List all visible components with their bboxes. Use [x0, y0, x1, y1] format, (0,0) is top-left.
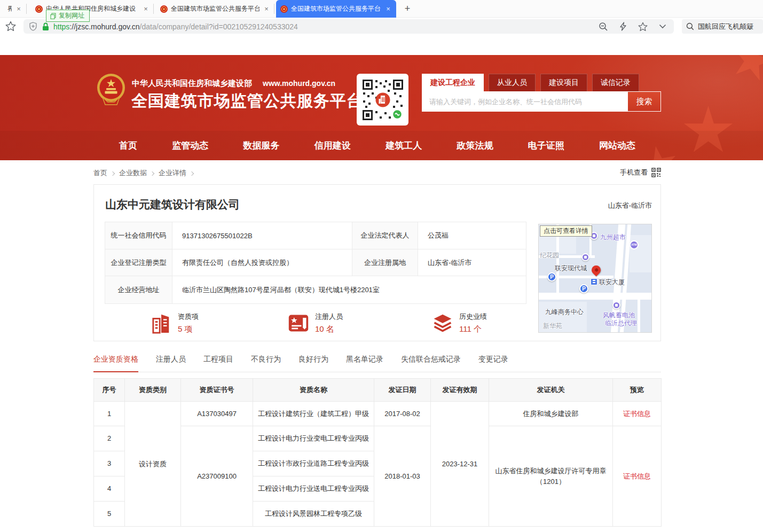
- favorite-star-icon[interactable]: [638, 22, 648, 32]
- nav-item-site-news[interactable]: 网站动态: [599, 139, 635, 152]
- cell-no: 1: [94, 402, 125, 426]
- company-card: 山东中元建筑设计有限公司 山东省-临沂市 统一社会信用代码 9137130267…: [93, 184, 661, 341]
- tab-bad-behavior[interactable]: 不良行为: [251, 355, 281, 372]
- map-parking-icon: P: [579, 284, 588, 293]
- col-header-preview: 预览: [613, 379, 662, 402]
- nav-item-e-license[interactable]: 电子证照: [528, 139, 564, 152]
- cell-no: 4: [94, 476, 125, 502]
- address-value: 临沂市兰山区陶然路107号星河晶都（联安）现代城1号楼2201室: [172, 276, 526, 304]
- tab-title: 全国建筑市场监管公共服务平台: [291, 4, 381, 13]
- search-tab-credit[interactable]: 诚信记录: [592, 74, 639, 91]
- tab-registered-personnel[interactable]: 注册人员: [156, 355, 186, 372]
- address-bar[interactable]: https://jzsc.mohurd.gov.cn/data/company/…: [23, 19, 674, 34]
- map-label-battery-2: 临沂总代理: [605, 319, 637, 328]
- tab-good-behavior[interactable]: 良好行为: [298, 355, 328, 372]
- company-info-table: 统一社会信用代码 91371302675501022B 企业法定代表人 公茂福 …: [105, 222, 526, 304]
- bookmark-star-icon[interactable]: [5, 21, 16, 32]
- search-button[interactable]: 搜索: [628, 92, 660, 111]
- nav-item-home[interactable]: 首页: [119, 139, 137, 152]
- tab-qualifications[interactable]: 企业资质资格: [93, 355, 138, 372]
- company-location-map[interactable]: 点击可查看详情 九州超市 ATM 纪花园 联安现代城 联安大厦 P P 九峰商务…: [538, 224, 652, 333]
- detail-tabs: 企业资质资格 注册人员 工程项目 不良行为 良好行为 黑名单记录 失信联合惩戒记…: [93, 355, 661, 372]
- nav-item-workers[interactable]: 建筑工人: [386, 139, 422, 152]
- breadcrumb-chevron-icon: [111, 171, 115, 175]
- reg-region-value: 山东省-临沂市: [418, 249, 526, 276]
- mobile-view-link[interactable]: 手机查看: [620, 168, 661, 177]
- table-row: 1 设计资质 A137030497 工程设计建筑行业（建筑工程）甲级 2017-…: [94, 402, 662, 426]
- search-tab-personnel[interactable]: 从业人员: [489, 74, 536, 91]
- tab-close-icon[interactable]: ×: [384, 5, 392, 13]
- map-road: [539, 293, 652, 300]
- copy-icon: [50, 13, 56, 19]
- tab-title: 界: [7, 4, 12, 13]
- cell-no: 5: [94, 502, 125, 527]
- browser-tab-bar: 界 × 中华人民共和国住房和城乡建设 × 全国建筑市场监管公共服务平台 × 全国…: [0, 0, 763, 18]
- ssl-lock-icon[interactable]: [42, 22, 49, 31]
- browser-news-search[interactable]: 国航回应飞机颠簸: [682, 19, 763, 34]
- stat-history-performance: 历史业绩 111 个: [432, 312, 487, 334]
- tab-separator: [153, 4, 154, 14]
- zoom-out-icon[interactable]: [599, 22, 608, 32]
- search-tab-project[interactable]: 建设项目: [540, 74, 587, 91]
- cell-category: 设计资质: [125, 402, 181, 527]
- cert-info-link[interactable]: 证书信息: [623, 410, 651, 418]
- nav-item-data-service[interactable]: 数据服务: [243, 139, 280, 152]
- cell-name: 工程设计电力行业变电工程专业丙级: [253, 426, 374, 451]
- col-header-cert-no: 资质证书号: [181, 379, 253, 402]
- map-label-supermarket: 九州超市: [600, 233, 626, 242]
- stat-label: 历史业绩: [459, 312, 487, 322]
- ministry-name: 中华人民共和国住房和城乡建设部: [132, 79, 252, 88]
- tab-close-icon[interactable]: ×: [15, 5, 22, 13]
- stat-value[interactable]: 111 个: [459, 324, 487, 334]
- chevron-down-icon[interactable]: [659, 24, 666, 29]
- authority-line-1: 山东省住房和城乡建设厅许可专用章: [495, 467, 607, 475]
- shield-add-icon[interactable]: [29, 22, 37, 31]
- nav-item-policy[interactable]: 政策法规: [457, 139, 493, 152]
- stat-qualifications: 资质项 5 项: [152, 312, 199, 334]
- tab-close-icon[interactable]: ×: [142, 5, 150, 13]
- tab-dishonesty-records[interactable]: 失信联合惩戒记录: [401, 355, 461, 372]
- tab-close-icon[interactable]: ×: [263, 5, 270, 13]
- address-label: 企业经营地址: [105, 276, 172, 304]
- address-bar-actions: [599, 22, 666, 32]
- browser-tab-jzsc-1[interactable]: 全国建筑市场监管公共服务平台 ×: [156, 0, 274, 18]
- map-label-business-center: 九峰商务中心: [545, 308, 584, 317]
- company-region: 山东省-临沂市: [608, 201, 652, 210]
- cert-info-link[interactable]: 证书信息: [623, 472, 651, 480]
- reg-type-value: 有限责任公司（自然人投资或控股）: [172, 249, 352, 276]
- tab-projects[interactable]: 工程项目: [203, 355, 233, 372]
- ministry-line: 中华人民共和国住房和城乡建设部www.mohurd.gov.cn: [132, 79, 335, 89]
- cell-no: 3: [94, 451, 125, 476]
- cell-cert-no: A137030497: [181, 402, 253, 426]
- authority-line-2: （1201）: [536, 478, 565, 486]
- tab-favicon-emblem-icon: [280, 5, 288, 13]
- map-parking-icon: P: [547, 272, 556, 281]
- cell-authority: 山东省住房和城乡建设厅许可专用章 （1201）: [489, 426, 613, 527]
- stat-value[interactable]: 5 项: [178, 324, 199, 334]
- search-icon: [686, 22, 694, 30]
- breadcrumb-home[interactable]: 首页: [93, 168, 107, 178]
- keyword-search-input[interactable]: [422, 91, 661, 112]
- tab-change-records[interactable]: 变更记录: [478, 355, 508, 372]
- new-tab-button[interactable]: +: [400, 2, 414, 16]
- tab-blacklist[interactable]: 黑名单记录: [346, 355, 383, 372]
- breadcrumb-chevron-icon: [150, 171, 154, 175]
- cell-no: 2: [94, 426, 125, 451]
- search-tab-enterprise[interactable]: 建设工程企业: [422, 74, 484, 91]
- stat-value[interactable]: 10 名: [315, 324, 343, 334]
- cell-authority: 住房和城乡建设部: [489, 402, 613, 426]
- breadcrumb-company-data[interactable]: 企业数据: [119, 168, 147, 178]
- nav-item-credit[interactable]: 信用建设: [314, 139, 351, 152]
- flash-extension-icon[interactable]: [619, 22, 627, 31]
- nav-item-supervision[interactable]: 监管动态: [172, 139, 208, 152]
- company-name: 山东中元建筑设计有限公司: [105, 197, 240, 212]
- breadcrumb-chevron-icon: [190, 171, 194, 175]
- credit-code-value: 91371302675501022B: [172, 222, 352, 249]
- col-header-authority: 发证机关: [489, 379, 613, 402]
- browser-tab-partial[interactable]: 界 ×: [0, 0, 27, 18]
- site-header: 中华人民共和国住房和城乡建设部www.mohurd.gov.cn 全国建筑市场监…: [0, 55, 763, 160]
- tab-favicon-emblem-icon: [160, 5, 168, 13]
- cell-cert-no: A237009100: [181, 426, 253, 527]
- browser-tab-jzsc-active[interactable]: 全国建筑市场监管公共服务平台 ×: [276, 0, 396, 18]
- map-atm-icon: ATM: [630, 240, 639, 249]
